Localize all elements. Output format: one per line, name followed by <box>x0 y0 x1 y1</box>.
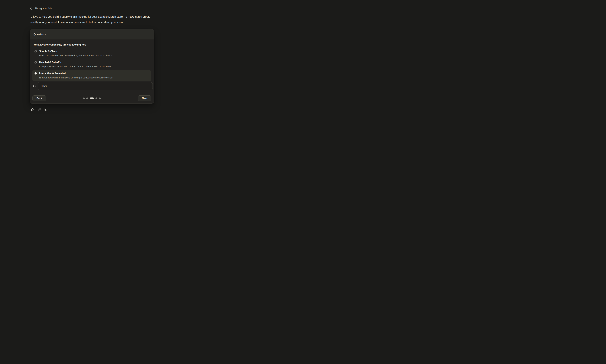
chat-page: Thought for 14s I'd love to help you bui… <box>0 0 202 121</box>
radio-icon[interactable] <box>35 50 37 52</box>
questions-card-body: What level of complexity are you looking… <box>30 43 154 90</box>
option-label: Interactive & Animated <box>39 72 113 75</box>
copy-icon <box>44 108 47 111</box>
pagination-dots <box>83 97 101 99</box>
thought-label: Thought for 14s <box>35 7 52 10</box>
next-button[interactable]: Next <box>138 95 151 101</box>
lightbulb-icon <box>30 7 33 10</box>
option-description: Basic visualization with key metrics, ea… <box>39 53 112 58</box>
message-line: I'd love to help you build a supply chai… <box>29 14 150 20</box>
copy-button[interactable] <box>44 108 47 111</box>
questions-card: Questions What level of complexity are y… <box>29 29 154 104</box>
radio-icon[interactable] <box>35 72 37 75</box>
question-text: What level of complexity are you looking… <box>34 43 150 47</box>
option-detailed-data-rich[interactable]: Detailed & Data-Rich Comprehensive views… <box>32 59 151 70</box>
option-interactive-animated[interactable]: Interactive & Animated Engaging UI with … <box>32 70 151 81</box>
option-label: Detailed & Data-Rich <box>39 61 112 64</box>
radio-icon[interactable] <box>35 61 37 64</box>
thumbs-down-icon <box>38 108 40 111</box>
assistant-message: I'd love to help you build a supply chai… <box>29 14 150 25</box>
option-simple-clean[interactable]: Simple & Clean Basic visualization with … <box>32 48 151 59</box>
card-title: Questions <box>34 33 46 36</box>
option-description: Engaging UI with animations showing prod… <box>39 75 113 80</box>
ellipsis-icon <box>51 108 55 111</box>
option-label: Simple & Clean <box>39 50 112 53</box>
pagination-dot <box>99 97 101 99</box>
thumbs-down-button[interactable] <box>38 108 40 111</box>
card-footer: Back Next <box>30 93 154 104</box>
pagination-dot <box>83 97 85 99</box>
options-list: Simple & Clean Basic visualization with … <box>32 48 151 90</box>
questions-card-header: Questions <box>30 29 154 39</box>
more-options-button[interactable] <box>51 108 55 111</box>
pagination-dot <box>90 97 94 99</box>
radio-icon[interactable] <box>33 85 36 87</box>
back-button[interactable]: Back <box>32 95 46 101</box>
pagination-dot <box>95 97 97 99</box>
option-other <box>31 82 153 90</box>
message-actions <box>31 108 55 111</box>
other-option-input[interactable] <box>38 82 153 90</box>
thumbs-up-icon <box>31 108 34 111</box>
option-description: Comprehensive views with charts, tables,… <box>39 64 112 69</box>
thumbs-up-button[interactable] <box>31 108 34 111</box>
message-line: exactly what you need, I have a few ques… <box>29 20 150 25</box>
pagination-dot <box>86 97 88 99</box>
thought-summary[interactable]: Thought for 14s <box>30 7 52 10</box>
